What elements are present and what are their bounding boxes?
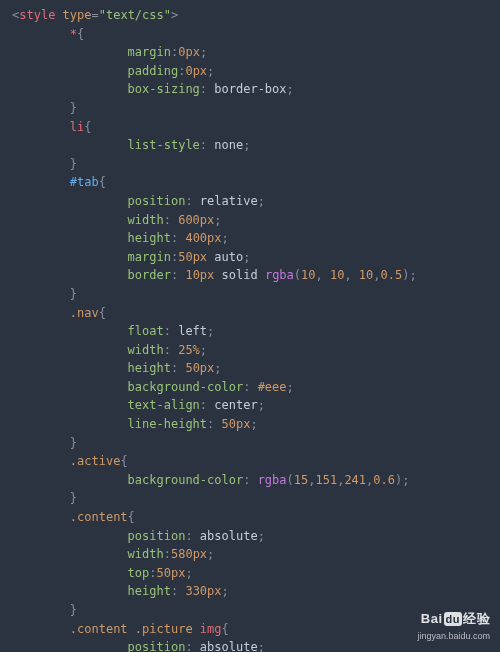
semicolon: ; xyxy=(207,64,214,78)
semicolon: ; xyxy=(258,640,265,652)
brace-open: { xyxy=(77,27,84,41)
selector: .active xyxy=(70,454,121,468)
indent xyxy=(12,268,128,282)
css-value: , xyxy=(373,268,380,282)
css-value xyxy=(214,268,221,282)
css-value: rgba xyxy=(258,473,287,487)
css-value: 580px xyxy=(171,547,207,561)
semicolon: ; xyxy=(200,45,207,59)
semicolon: ; xyxy=(185,566,192,580)
indent xyxy=(12,120,70,134)
tag-name: style xyxy=(19,8,55,22)
indent xyxy=(12,417,128,431)
attr-name: type xyxy=(63,8,92,22)
brace-open: { xyxy=(128,510,135,524)
semicolon: ; xyxy=(409,268,416,282)
selector: .content xyxy=(70,622,128,636)
indent xyxy=(12,231,128,245)
semicolon: ; xyxy=(207,324,214,338)
css-property: width xyxy=(128,343,164,357)
css-value: 0.6 xyxy=(373,473,395,487)
colon: : xyxy=(185,194,199,208)
semicolon: ; xyxy=(250,417,257,431)
css-value: center xyxy=(214,398,257,412)
selector: .nav xyxy=(70,306,99,320)
semicolon: ; xyxy=(243,250,250,264)
css-value: , xyxy=(344,268,358,282)
colon: : xyxy=(171,584,185,598)
indent xyxy=(12,101,70,115)
brace-open: { xyxy=(99,175,106,189)
css-value: left xyxy=(178,324,207,338)
colon: : xyxy=(185,640,199,652)
css-property: width xyxy=(128,547,164,561)
quote: " xyxy=(99,8,106,22)
colon: : xyxy=(207,417,221,431)
colon: : xyxy=(243,380,257,394)
colon: : xyxy=(200,138,214,152)
selector: #tab xyxy=(70,175,99,189)
indent xyxy=(12,622,70,636)
indent xyxy=(12,287,70,301)
indent xyxy=(12,640,128,652)
semicolon: ; xyxy=(402,473,409,487)
code-block: <style type="text/css"> *{ margin:0px; p… xyxy=(0,0,500,652)
indent xyxy=(12,27,70,41)
css-value: #eee xyxy=(258,380,287,394)
indent xyxy=(12,82,128,96)
selector: img xyxy=(200,622,222,636)
brace-close: } xyxy=(70,101,77,115)
css-value: ( xyxy=(294,268,301,282)
css-property: box-sizing xyxy=(128,82,200,96)
brace-close: } xyxy=(70,603,77,617)
css-value: , xyxy=(316,268,330,282)
colon: : xyxy=(171,361,185,375)
indent xyxy=(12,250,128,264)
css-value: 600px xyxy=(178,213,214,227)
colon: : xyxy=(149,566,156,580)
css-value: 15 xyxy=(294,473,308,487)
css-property: height xyxy=(128,231,171,245)
colon: : xyxy=(171,268,185,282)
attr-value: text/css xyxy=(106,8,164,22)
colon: : xyxy=(200,398,214,412)
css-value: 0.5 xyxy=(381,268,403,282)
css-property: background-color xyxy=(128,473,244,487)
brace-open: { xyxy=(222,622,229,636)
quote: " xyxy=(164,8,171,22)
css-value: solid xyxy=(222,268,258,282)
indent xyxy=(12,584,128,598)
semicolon: ; xyxy=(200,343,207,357)
selector: .picture xyxy=(135,622,193,636)
indent xyxy=(12,436,70,450)
brace-close: } xyxy=(70,287,77,301)
colon: : xyxy=(243,473,257,487)
indent xyxy=(12,398,128,412)
css-value: 50px xyxy=(157,566,186,580)
css-value: 50px xyxy=(178,250,207,264)
indent xyxy=(12,306,70,320)
brace-close: } xyxy=(70,491,77,505)
colon: : xyxy=(164,343,178,357)
semicolon: ; xyxy=(214,213,221,227)
indent xyxy=(12,64,128,78)
css-value: 10px xyxy=(185,268,214,282)
css-value: 151 xyxy=(315,473,337,487)
css-property: position xyxy=(128,529,186,543)
colon: : xyxy=(171,231,185,245)
indent xyxy=(12,343,128,357)
selector: li xyxy=(70,120,84,134)
indent xyxy=(12,491,70,505)
css-value: 50px xyxy=(185,361,214,375)
css-property: border xyxy=(128,268,171,282)
semicolon: ; xyxy=(258,194,265,208)
css-value: 241 xyxy=(344,473,366,487)
css-value: 10 xyxy=(301,268,315,282)
css-value: relative xyxy=(200,194,258,208)
css-value: 330px xyxy=(185,584,221,598)
selector xyxy=(193,622,200,636)
css-value: absolute xyxy=(200,640,258,652)
css-property: padding xyxy=(128,64,179,78)
indent xyxy=(12,510,70,524)
semicolon: ; xyxy=(287,380,294,394)
